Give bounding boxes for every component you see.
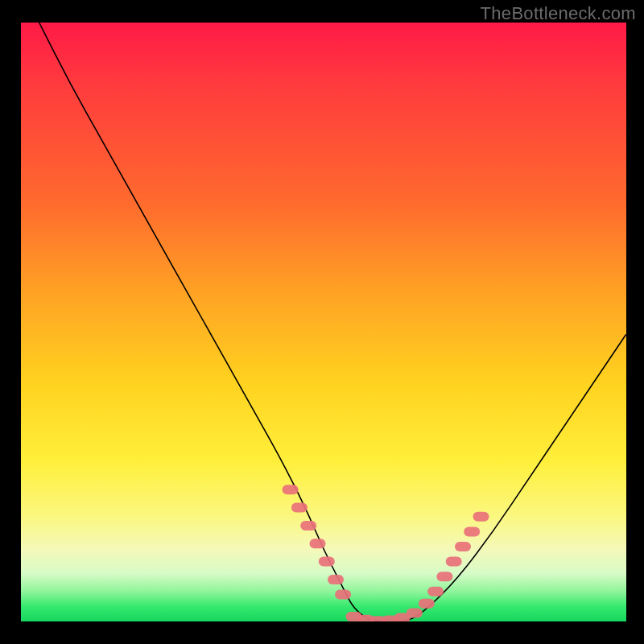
highlight-marker [300, 521, 316, 530]
highlight-marker [335, 590, 351, 600]
highlight-markers [283, 485, 489, 621]
highlight-marker [407, 609, 423, 618]
bottleneck-curve [39, 23, 626, 621]
highlight-marker [283, 485, 299, 494]
curve-layer [21, 23, 626, 621]
highlight-marker [291, 503, 308, 513]
highlight-marker [427, 587, 444, 597]
highlight-marker [436, 572, 452, 581]
highlight-marker [473, 512, 489, 522]
highlight-marker [328, 575, 344, 584]
highlight-marker [419, 599, 435, 609]
watermark-label: TheBottleneck.com [481, 3, 636, 24]
highlight-marker [319, 557, 335, 567]
highlight-marker [310, 539, 326, 548]
highlight-marker [455, 542, 471, 551]
plot-area [21, 23, 626, 621]
highlight-marker [446, 557, 462, 567]
chart-frame: TheBottleneck.com [0, 0, 644, 644]
highlight-marker [464, 526, 480, 536]
